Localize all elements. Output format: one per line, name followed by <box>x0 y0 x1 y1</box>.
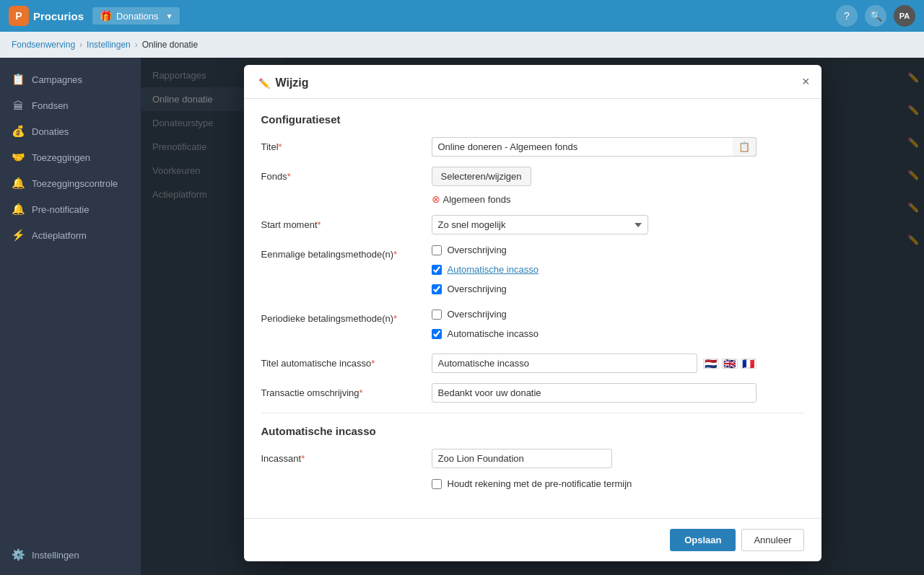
logo-icon: P <box>9 6 29 26</box>
incassant-select-wrap: Zoo Lion Foundation <box>432 449 612 468</box>
fonds-control: Selecteren/wijzigen ⊗ Algemeen fonds <box>432 167 804 205</box>
sidebar-item-toezeggingscontrole[interactable]: 🔔 Toezeggingscontrole <box>0 170 141 196</box>
prenotificatie-label-empty <box>261 478 420 483</box>
modal-footer: Opslaan Annuleer <box>244 518 821 561</box>
titel-auto-label: Titel automatische incasso* <box>261 354 420 369</box>
titel-required: * <box>279 141 282 152</box>
lang-flags: 🇳🇱 🇬🇧 🇫🇷 <box>703 359 757 369</box>
sidebar-item-campagnes[interactable]: 📋 Campagnes <box>0 66 141 92</box>
flag-en[interactable]: 🇬🇧 <box>722 359 738 369</box>
user-avatar[interactable]: PA <box>894 5 915 27</box>
eenmalige-label-1: Overschrijving <box>448 245 507 255</box>
titel-control: 📋 <box>432 137 804 157</box>
titel-auto-row: Titel automatische incasso* 🇳🇱 🇬🇧 🇫🇷 <box>261 354 804 373</box>
main-layout: 📋 Campagnes 🏛 Fondsen 💰 Donaties 🤝 Toeze… <box>0 58 924 575</box>
fonds-remove-button[interactable]: ⊗ <box>432 193 440 205</box>
sidebar-item-prenotificatie[interactable]: 🔔 Pre-notificatie <box>0 196 141 222</box>
sidebar-item-actieplatform[interactable]: ⚡ Actieplatform <box>0 222 141 248</box>
transactie-label: Transactie omschrijving* <box>261 383 420 398</box>
start-moment-select[interactable]: Zo snel mogelijk Handmatig <box>432 215 648 234</box>
fonds-row: Fonds* Selecteren/wijzigen ⊗ Algemeen fo… <box>261 167 804 205</box>
fonds-select-button[interactable]: Selecteren/wijzigen <box>432 167 531 186</box>
eenmalige-option-3: Overschrijving <box>432 284 804 294</box>
flag-fr[interactable]: 🇫🇷 <box>741 359 757 369</box>
titel-auto-control: 🇳🇱 🇬🇧 🇫🇷 <box>432 354 804 373</box>
periodieke-checkbox-1[interactable] <box>432 310 442 320</box>
logo: P Procurios <box>9 6 84 26</box>
titel-row: Titel* 📋 <box>261 137 804 157</box>
eenmalige-label: Eenmalige betalingsmethode(n)* <box>261 245 420 260</box>
app-tab[interactable]: 🎁 Donations ▼ <box>92 7 180 25</box>
titel-auto-input-row: 🇳🇱 🇬🇧 🇫🇷 <box>432 354 757 373</box>
sidebar-label-actieplatform: Actieplatform <box>32 230 87 241</box>
eenmalige-checkbox-3[interactable] <box>432 284 442 294</box>
eenmalige-label-2-link[interactable]: Automatische incasso <box>448 264 539 275</box>
prenotificatie-icon: 🔔 <box>12 203 25 216</box>
modal-close-button[interactable]: × <box>802 75 810 88</box>
eenmalige-label-3: Overschrijving <box>448 284 507 294</box>
titel-input-wrap: 📋 <box>432 137 757 157</box>
periodieke-row: Periodieke betalingsmethode(n)* Overschr… <box>261 309 804 343</box>
sidebar-label-toezeggingen: Toezeggingen <box>32 152 90 163</box>
logo-text: Procurios <box>33 10 84 22</box>
eenmalige-control: Overschrijving Automatische incasso Over… <box>432 245 804 299</box>
eenmalige-row: Eenmalige betalingsmethode(n)* Overschri… <box>261 245 804 299</box>
avatar-label: PA <box>899 12 910 20</box>
modal: ✏️ Wijzig × Configuratieset Titel* <box>244 65 821 561</box>
transactie-input[interactable] <box>432 383 757 403</box>
fonds-tag: ⊗ Algemeen fonds <box>432 193 804 205</box>
fondsen-icon: 🏛 <box>12 99 25 112</box>
fonds-label: Fonds* <box>261 167 420 182</box>
sidebar-item-donaties[interactable]: 💰 Donaties <box>0 118 141 144</box>
transactie-control <box>432 383 804 403</box>
titel-auto-input[interactable] <box>432 354 697 373</box>
cancel-button[interactable]: Annuleer <box>741 529 803 551</box>
sidebar-item-settings[interactable]: ⚙️ Instellingen <box>0 542 141 568</box>
sidebar-label-donaties: Donaties <box>32 126 69 137</box>
titel-input[interactable] <box>432 137 733 157</box>
section-divider <box>261 413 804 413</box>
sidebar-label-campagnes: Campagnes <box>32 74 82 85</box>
incassant-select[interactable]: Zoo Lion Foundation <box>432 449 612 468</box>
breadcrumb-item1[interactable]: Fondsenwerving <box>12 40 75 50</box>
prenotificatie-checkbox[interactable] <box>432 479 442 489</box>
modal-overlay: ✏️ Wijzig × Configuratieset Titel* <box>141 58 924 575</box>
periodieke-option-2: Automatische incasso <box>432 328 804 339</box>
campagnes-icon: 📋 <box>12 73 25 86</box>
periodieke-label-2: Automatische incasso <box>448 328 539 339</box>
periodieke-control: Overschrijving Automatische incasso <box>432 309 804 343</box>
breadcrumb: Fondsenwerving › Instellingen › Online d… <box>0 32 924 58</box>
app-tab-dropdown-icon[interactable]: ▼ <box>166 12 173 20</box>
topbar: P Procurios 🎁 Donations ▼ ? 🔍 PA <box>0 0 924 32</box>
search-button[interactable]: 🔍 <box>865 5 886 27</box>
toezeggingen-icon: 🤝 <box>12 151 25 164</box>
sidebar-label-settings: Instellingen <box>32 550 79 561</box>
periodieke-label: Periodieke betalingsmethode(n)* <box>261 309 420 324</box>
prenotificatie-row: Houdt rekening met de pre-notificatie te… <box>261 478 804 493</box>
flag-nl[interactable]: 🇳🇱 <box>703 359 719 369</box>
modal-header: ✏️ Wijzig × <box>244 65 821 99</box>
breadcrumb-sep1: › <box>79 40 82 50</box>
sidebar-label-fondsen: Fondsen <box>32 100 69 111</box>
sidebar-item-toezeggingen[interactable]: 🤝 Toezeggingen <box>0 144 141 170</box>
save-button[interactable]: Opslaan <box>670 529 736 551</box>
section1-title: Configuratieset <box>261 113 804 126</box>
periodieke-checkbox-2[interactable] <box>432 329 442 339</box>
periodieke-label-1: Overschrijving <box>448 309 507 320</box>
sidebar-item-fondsen[interactable]: 🏛 Fondsen <box>0 92 141 118</box>
content-area: Rapportages Online donatie Donateurstype… <box>141 58 924 575</box>
eenmalige-checkbox-1[interactable] <box>432 245 442 255</box>
start-moment-row: Start moment* Zo snel mogelijk Handmatig <box>261 215 804 234</box>
transactie-row: Transactie omschrijving* <box>261 383 804 403</box>
sidebar: 📋 Campagnes 🏛 Fondsen 💰 Donaties 🤝 Toeze… <box>0 58 141 575</box>
topbar-actions: ? 🔍 PA <box>836 5 915 27</box>
fonds-selected-label: Algemeen fonds <box>443 194 511 205</box>
fonds-required: * <box>287 171 291 182</box>
eenmalige-option-1: Overschrijving <box>432 245 804 255</box>
breadcrumb-item2[interactable]: Instellingen <box>87 40 131 50</box>
help-button[interactable]: ? <box>836 5 858 27</box>
sidebar-label-prenotificatie: Pre-notificatie <box>32 204 89 215</box>
eenmalige-checkbox-2[interactable] <box>432 265 442 275</box>
titel-copy-icon[interactable]: 📋 <box>733 137 757 157</box>
start-moment-label: Start moment* <box>261 215 420 230</box>
